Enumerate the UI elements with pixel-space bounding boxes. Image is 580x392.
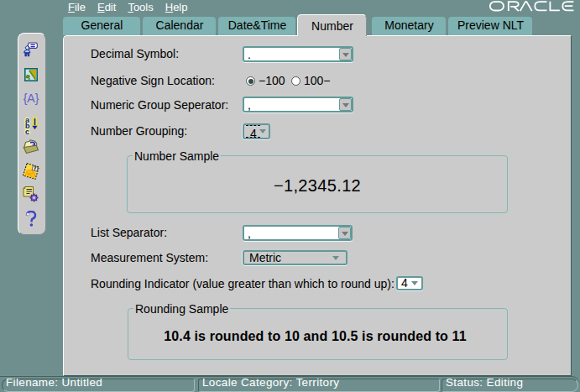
svg-text:c: c [25, 128, 29, 134]
